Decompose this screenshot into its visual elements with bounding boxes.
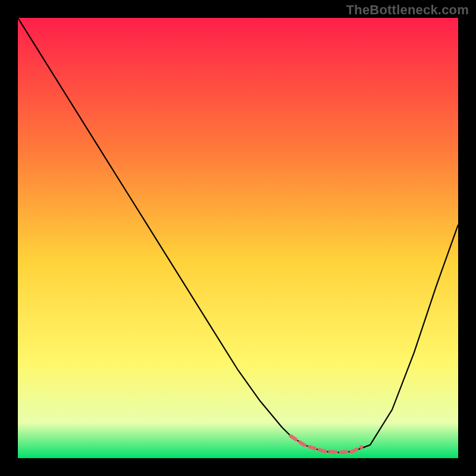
chart-frame: TheBottleneck.com bbox=[0, 0, 476, 476]
plot-area bbox=[18, 18, 458, 458]
chart-svg bbox=[18, 18, 458, 458]
watermark-label: TheBottleneck.com bbox=[346, 2, 469, 18]
gradient-background bbox=[18, 18, 458, 458]
